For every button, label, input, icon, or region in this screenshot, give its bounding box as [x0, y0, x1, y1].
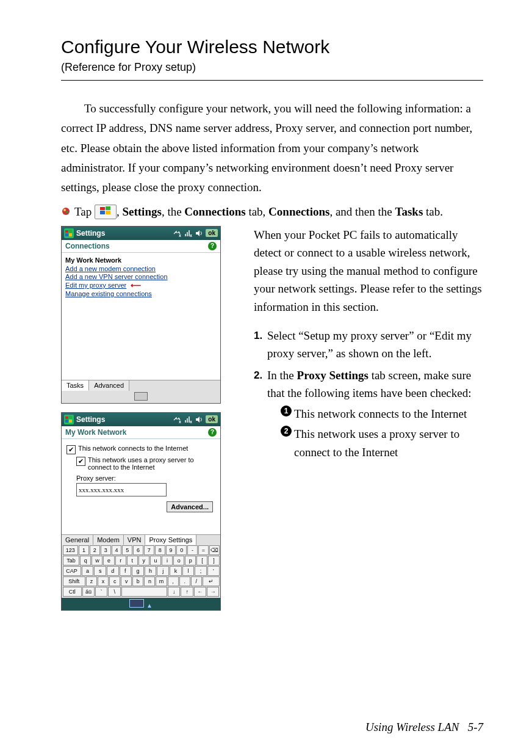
osk-key[interactable]: j [157, 566, 169, 576]
osk-key[interactable]: f [120, 566, 132, 576]
osk-key[interactable]: t [127, 556, 138, 565]
tab-general[interactable]: General [62, 535, 93, 545]
osk-key[interactable]: 5 [122, 545, 132, 555]
signal-icon[interactable]: x [184, 229, 192, 238]
page-subtitle: (Reference for Proxy setup) [61, 61, 483, 74]
osk-key[interactable]: / [191, 576, 202, 586]
osk-key[interactable]: → [207, 587, 219, 597]
osk-key[interactable]: \ [108, 587, 120, 597]
osk-key[interactable]: ` [95, 587, 107, 597]
osk-key[interactable]: ↑ [181, 587, 193, 597]
help-icon[interactable]: ? [208, 428, 217, 437]
keyboard-icon[interactable] [129, 599, 144, 608]
link-manage-connections[interactable]: Manage existing connections [65, 290, 217, 297]
volume-icon[interactable] [195, 229, 203, 238]
osk-key[interactable]: 7 [144, 545, 154, 555]
osk-key[interactable]: o [173, 556, 184, 565]
sip-up-icon[interactable]: ▲ [146, 602, 153, 609]
osk-key[interactable]: ] [208, 556, 219, 565]
osk-key[interactable]: w [92, 556, 102, 565]
connectivity-icon[interactable]: x [173, 229, 181, 238]
connectivity-icon[interactable]: x [173, 415, 181, 424]
osk-key[interactable]: z [86, 576, 97, 586]
osk-key[interactable]: d [107, 566, 119, 576]
osk-key[interactable]: g [132, 566, 144, 576]
inst-pre: Tap [74, 205, 95, 218]
osk-key[interactable]: Ctl [63, 587, 82, 597]
osk-key[interactable]: s [94, 566, 106, 576]
osk-key[interactable]: 123 [63, 545, 79, 555]
osk-key[interactable]: ; [195, 566, 207, 576]
osk-key[interactable]: 0 [176, 545, 187, 555]
osk-key[interactable]: c [109, 576, 120, 586]
start-menu-icon[interactable] [64, 228, 74, 238]
osk-key[interactable]: = [198, 545, 209, 555]
osk-key[interactable]: r [115, 556, 126, 565]
osk-key[interactable]: . [179, 576, 190, 586]
osk-key[interactable]: 8 [155, 545, 165, 555]
osk-key[interactable]: e [103, 556, 114, 565]
osk-key[interactable]: p [185, 556, 196, 565]
checkbox-uses-proxy[interactable] [76, 457, 85, 466]
osk-key[interactable]: 2 [90, 545, 100, 555]
osk-key[interactable]: 3 [101, 545, 111, 555]
osk-key[interactable]: 9 [166, 545, 176, 555]
link-add-vpn[interactable]: Add a new VPN server connection [65, 273, 217, 280]
advanced-button[interactable]: Advanced... [167, 501, 213, 512]
osk-key[interactable]: - [187, 545, 198, 555]
svg-rect-5 [100, 211, 105, 214]
tab-modem[interactable]: Modem [93, 535, 124, 545]
osk-key[interactable]: h [145, 566, 157, 576]
osk-key[interactable]: v [121, 576, 132, 586]
link-add-modem[interactable]: Add a new modem connection [65, 265, 217, 272]
start-menu-icon[interactable] [64, 415, 74, 424]
ok-button[interactable]: ok [206, 229, 218, 237]
osk-key[interactable]: l [182, 566, 195, 576]
osk-key[interactable]: 4 [112, 545, 122, 555]
svg-rect-16 [69, 420, 72, 423]
tab-proxy-settings[interactable]: Proxy Settings [145, 535, 196, 545]
ok-button[interactable]: ok [206, 415, 218, 423]
osk-row-1: 1231234567890-=⌫ [62, 545, 220, 556]
proxy-server-input[interactable] [76, 483, 167, 496]
osk-key[interactable]: ↵ [203, 576, 220, 586]
link-edit-proxy[interactable]: Edit my proxy server [65, 282, 126, 289]
svg-rect-13 [65, 416, 68, 419]
tab-tasks[interactable]: Tasks [62, 380, 89, 391]
svg-point-0 [62, 208, 70, 215]
osk-key[interactable]: ' [207, 566, 220, 576]
osk-key[interactable]: , [168, 576, 179, 586]
keyboard-icon[interactable] [134, 392, 148, 401]
osk-key[interactable]: m [156, 576, 167, 586]
osk-key[interactable]: a [82, 566, 94, 576]
osk-key[interactable]: b [132, 576, 143, 586]
osk-key[interactable]: 6 [133, 545, 143, 555]
osk-key[interactable]: i [162, 556, 173, 565]
osk-key[interactable]: Shift [63, 576, 85, 586]
osk-key[interactable]: k [170, 566, 182, 576]
osk-key[interactable]: x [98, 576, 109, 586]
osk-key[interactable]: y [138, 556, 149, 565]
osk-key[interactable]: Tab [63, 556, 80, 565]
tab-advanced[interactable]: Advanced [89, 380, 129, 391]
osk-key[interactable]: ← [194, 587, 206, 597]
tab-vpn[interactable]: VPN [124, 535, 146, 545]
sub-1-text: This network connects to the Internet [294, 405, 483, 423]
osk-key[interactable] [121, 587, 167, 597]
signal-icon[interactable]: x [184, 415, 192, 424]
ppc1-section-header: My Work Network [65, 256, 217, 264]
volume-icon[interactable] [195, 415, 203, 424]
ppc2-titlebar: Settings x x ok [62, 413, 220, 426]
osk-key[interactable]: ↓ [168, 587, 180, 597]
osk-key[interactable]: [ [196, 556, 207, 565]
osk-key[interactable]: áü [82, 587, 95, 597]
osk-key[interactable]: u [150, 556, 161, 565]
osk-key[interactable]: q [80, 556, 91, 565]
checkbox-connects-internet[interactable] [66, 445, 76, 454]
help-icon[interactable]: ? [208, 242, 217, 250]
osk-key[interactable]: ⌫ [209, 545, 220, 555]
onscreen-keyboard[interactable]: 1231234567890-=⌫ Tabqwertyuiop[] CAPasdf… [62, 545, 220, 598]
osk-key[interactable]: 1 [79, 545, 89, 555]
osk-key[interactable]: CAP [63, 566, 81, 576]
osk-key[interactable]: n [144, 576, 155, 586]
